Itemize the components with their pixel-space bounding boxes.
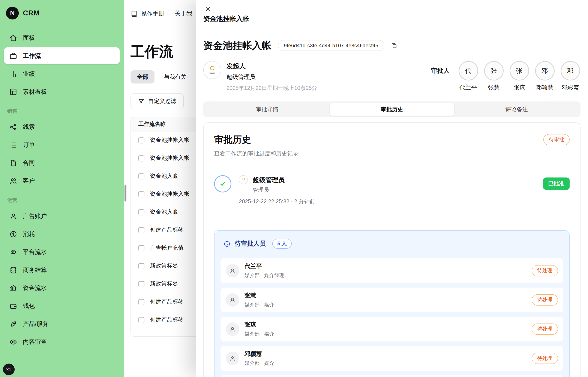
sidebar-section-sales: 销售 [4, 108, 120, 115]
sidebar-item-dashboard[interactable]: 面板 [4, 29, 120, 47]
sidebar-item-ad-account[interactable]: 广告账户 [4, 208, 120, 225]
row-checkbox[interactable] [138, 137, 144, 143]
pending-title: 待审批人员 [235, 240, 266, 248]
approvers-block: 审批人 代 代兰平 张 张慧 张 张琼 邓 邓颖慧 邓 [431, 61, 580, 92]
modal-tabs: 审批详情 审批历史 评论备注 [203, 101, 581, 117]
person-avatar [226, 264, 239, 278]
pending-person-row[interactable]: 张慧 媒介部 · 媒介 待处理 [221, 288, 563, 312]
leads-icon [9, 123, 17, 131]
tab-related-to-me[interactable]: 与我有关 [158, 71, 193, 83]
pending-person-row[interactable]: 邓颖慧 媒介部 · 媒介 待处理 [221, 346, 563, 371]
workflow-name: 创建产品标签 [150, 298, 184, 306]
initiator-name: 超级管理员 [226, 73, 317, 81]
tab-approval-details[interactable]: 审批详情 [205, 103, 330, 116]
person-icon [229, 268, 236, 274]
pending-panel-header: 待审批人员 5 人 [221, 236, 563, 254]
close-button[interactable] [202, 4, 213, 14]
row-checkbox[interactable] [138, 299, 144, 305]
approvers-label: 审批人 [431, 67, 450, 75]
workflow-detail-modal: 资金池挂帐入帐 资金池挂帐入帐 9fe6d41d-c3fe-4d44-b107-… [196, 0, 588, 377]
about-link[interactable]: 关于我 [175, 10, 192, 18]
row-checkbox[interactable] [138, 191, 144, 197]
pending-person-row[interactable]: 张琼 媒介部 · 媒介 待处理 [221, 317, 563, 342]
pending-status-badge: 待处理 [532, 265, 558, 276]
approver-avatar[interactable]: 代 [458, 61, 478, 81]
tab-all[interactable]: 全部 [130, 71, 154, 83]
sidebar-item-label: 订单 [23, 141, 35, 149]
person-avatar [226, 322, 239, 336]
person-avatar [226, 352, 239, 365]
person-icon [229, 326, 236, 333]
person-dept: 媒介部 · 媒介 [245, 330, 526, 337]
sidebar-item-label: 消耗 [23, 230, 35, 238]
approver-avatar[interactable]: 张 [484, 61, 503, 81]
workflow-name: 资金池入账 [150, 173, 178, 180]
person-name: 张琼 [245, 321, 526, 329]
approver-avatar[interactable]: 张 [509, 61, 529, 81]
sidebar-item-performance[interactable]: 业绩 [4, 65, 120, 82]
person-texts: 张慧 媒介部 · 媒介 [245, 292, 526, 308]
approved-entry-body: 超级管理员 管理员 2025-12-22 22:25:32 · 2 分钟前 [239, 175, 535, 205]
sidebar-item-customers[interactable]: 客户 [4, 172, 120, 189]
custom-filter-button[interactable]: 自定义过滤 [130, 93, 184, 109]
logo-text: CRM [23, 9, 40, 17]
initiator-approvers-row: 发起人 超级管理员 2025年12月22日星期一晚上10点25分 审批人 代 代… [203, 61, 581, 92]
copy-uuid-button[interactable] [391, 42, 397, 49]
sidebar-item-settlement[interactable]: 商务结算 [4, 261, 120, 279]
sidebar-item-product-service[interactable]: 产品/服务 [4, 315, 120, 333]
zoom-level-badge[interactable]: x1 [3, 364, 14, 375]
approved-check-circle [214, 175, 231, 193]
settlement-icon [9, 266, 17, 274]
approver: 张 张琼 [509, 61, 529, 92]
manual-label: 操作手册 [141, 10, 164, 18]
row-checkbox[interactable] [138, 317, 144, 323]
row-checkbox[interactable] [138, 209, 144, 215]
sidebar-item-platform-flow[interactable]: 平台流水 [4, 244, 120, 261]
sidebar-item-workflow[interactable]: 工作流 [4, 47, 120, 65]
manual-link[interactable]: 操作手册 [130, 10, 164, 18]
modal-header-title: 资金池挂帐入帐 [203, 0, 581, 23]
tab-comments[interactable]: 评论备注 [454, 103, 579, 116]
sidebar-item-label: 业绩 [23, 70, 35, 78]
pending-person-row[interactable]: 邓彩霞 媒介部 · 媒介 待处理 [221, 375, 563, 377]
sidebar-item-content-review[interactable]: 内容审查 [4, 333, 120, 351]
pending-status-badge: 待处理 [532, 295, 558, 306]
modal-title: 资金池挂帐入帐 [203, 39, 272, 52]
approver-avatar[interactable]: 邓 [560, 61, 580, 81]
contract-icon [9, 159, 17, 167]
product-service-icon [9, 320, 17, 328]
material-board-icon [9, 88, 17, 96]
logo: N CRM [4, 5, 120, 29]
workflow-icon [9, 52, 17, 60]
row-checkbox[interactable] [138, 227, 144, 233]
book-icon [130, 10, 138, 17]
row-checkbox[interactable] [138, 155, 144, 161]
sidebar-item-contract[interactable]: 合同 [4, 154, 120, 172]
workflow-name: 资金池挂帐入帐 [150, 155, 189, 162]
sidebar-item-wallet[interactable]: 钱包 [4, 297, 120, 315]
row-checkbox[interactable] [138, 173, 144, 179]
sidebar-item-material-board[interactable]: 素材看板 [4, 83, 120, 101]
wallet-icon [9, 302, 17, 310]
row-checkbox[interactable] [138, 245, 144, 251]
approver-avatar[interactable]: 邓 [535, 61, 554, 81]
sidebar-item-label: 产品/服务 [23, 320, 49, 328]
approved-entry: 超级管理员 管理员 2025-12-22 22:25:32 · 2 分钟前 已批… [214, 175, 570, 205]
row-checkbox[interactable] [138, 281, 144, 287]
dashboard-icon [9, 34, 17, 42]
sidebar-item-capital-flow[interactable]: 资金流水 [4, 279, 120, 297]
sidebar-item-orders[interactable]: 订单 [4, 136, 120, 154]
sidebar-item-spend[interactable]: 消耗 [4, 225, 120, 243]
sidebar-section-operations: 运营 [4, 197, 120, 204]
sidebar-item-label: 资金流水 [23, 284, 47, 292]
sidebar-item-leads[interactable]: 线索 [4, 118, 120, 136]
status-badge: 待审批 [543, 134, 570, 145]
scrollbar-thumb[interactable] [125, 185, 126, 201]
workflow-name: 创建产品标签 [150, 227, 184, 234]
tab-approval-history[interactable]: 审批历史 [330, 103, 454, 116]
platform-flow-icon [9, 248, 17, 256]
row-checkbox[interactable] [138, 263, 144, 269]
sidebar-item-label: 钱包 [23, 302, 35, 310]
content-review-icon [9, 338, 17, 346]
pending-person-row[interactable]: 代兰平 媒介部 · 媒介经理 待处理 [221, 259, 563, 283]
